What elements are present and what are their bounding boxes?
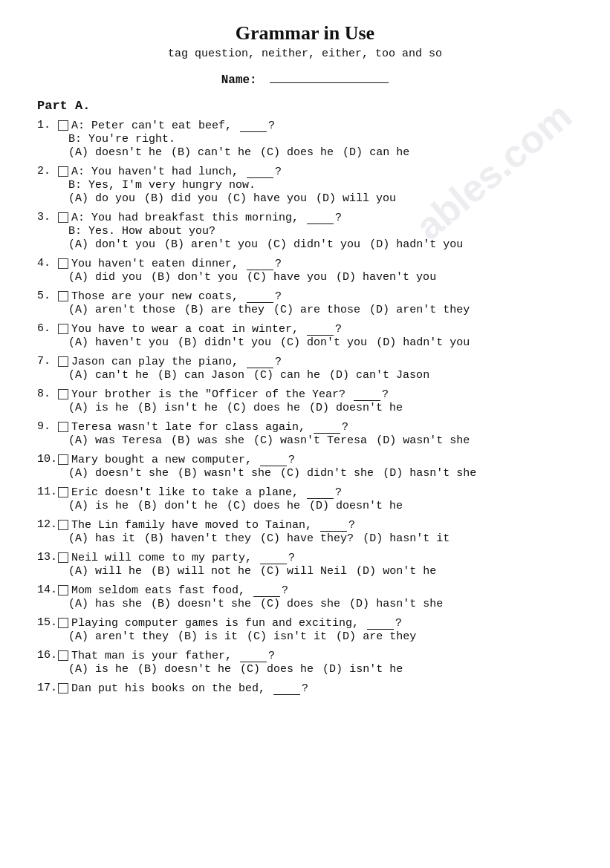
checkbox[interactable]: [58, 618, 68, 628]
option[interactable]: (C) will Neil: [260, 565, 347, 578]
question-block: 14.Mom seldom eats fast food, ?(A) has s…: [37, 584, 573, 610]
option[interactable]: (B) isn't he: [137, 402, 218, 414]
checkbox[interactable]: [58, 454, 68, 465]
option[interactable]: (A) don't you: [68, 238, 155, 251]
option[interactable]: (C) does he: [240, 663, 314, 676]
option[interactable]: (D) hadn't you: [376, 336, 470, 349]
option[interactable]: (D) can he: [343, 146, 409, 159]
option[interactable]: (B) doesn't he: [137, 663, 231, 676]
option[interactable]: (B) will not he: [151, 565, 251, 578]
option[interactable]: (A) is he: [68, 402, 129, 414]
option-letter: (C): [227, 500, 247, 512]
option-text: haven't you: [88, 336, 169, 349]
checkbox[interactable]: [58, 166, 68, 177]
checkbox[interactable]: [58, 324, 68, 334]
option[interactable]: (B) doesn't she: [151, 598, 251, 610]
option-text: hadn't you: [389, 238, 463, 251]
option[interactable]: (A) doesn't she: [68, 467, 169, 480]
option-text: are they: [204, 304, 265, 316]
option[interactable]: (C) have you: [247, 271, 327, 284]
option[interactable]: (D) can't Jason: [329, 369, 429, 382]
option[interactable]: (C) don't you: [280, 336, 367, 349]
option[interactable]: (B) is it: [178, 630, 238, 643]
option[interactable]: (C) have they?: [260, 532, 354, 545]
option[interactable]: (B) didn't you: [178, 336, 271, 349]
option[interactable]: (B) can't he: [171, 146, 251, 159]
option[interactable]: (B) aren't you: [164, 238, 258, 251]
checkbox[interactable]: [58, 389, 68, 399]
question-line: 4.You haven't eaten dinner, ?: [37, 257, 573, 270]
option[interactable]: (A) do you: [68, 192, 135, 205]
option[interactable]: (D) are they: [336, 630, 416, 643]
option[interactable]: (A) was Teresa: [68, 434, 162, 447]
option[interactable]: (D) wasn't she: [376, 434, 470, 447]
option[interactable]: (A) can't he: [68, 369, 149, 382]
option-text: didn't you: [198, 336, 271, 349]
checkbox[interactable]: [58, 212, 68, 223]
option[interactable]: (D) hasn't she: [349, 598, 443, 610]
option-letter: (A): [68, 565, 88, 578]
option[interactable]: (D) doesn't he: [309, 500, 403, 512]
question-block: 1.A: Peter can't eat beef, ?B: You're ri…: [37, 119, 573, 159]
question-block: 8.Your brother is the "Officer of the Ye…: [37, 388, 573, 414]
option[interactable]: (A) aren't they: [68, 630, 169, 643]
option[interactable]: (D) won't he: [356, 565, 436, 578]
checkbox[interactable]: [58, 258, 68, 269]
checkbox[interactable]: [58, 585, 68, 595]
option[interactable]: (B) haven't they: [144, 532, 251, 545]
option[interactable]: (C) wasn't Teresa: [253, 434, 367, 447]
options-line: (A) can't he(B) can Jason(C) can he(D) c…: [68, 369, 573, 382]
checkbox[interactable]: [58, 520, 68, 530]
option[interactable]: (C) does he: [227, 500, 300, 512]
option[interactable]: (B) don't you: [151, 271, 238, 284]
option[interactable]: (C) does she: [260, 598, 340, 610]
checkbox[interactable]: [58, 487, 68, 497]
blank: [260, 551, 287, 564]
option[interactable]: (D) will you: [316, 192, 396, 205]
option[interactable]: (A) has it: [68, 532, 135, 545]
option[interactable]: (D) aren't they: [369, 304, 470, 316]
checkbox[interactable]: [58, 683, 68, 694]
option-text: wasn't she: [198, 467, 271, 480]
option[interactable]: (A) is he: [68, 663, 129, 676]
option[interactable]: (A) has she: [68, 598, 142, 610]
checkbox[interactable]: [58, 291, 68, 301]
option[interactable]: (C) can he: [253, 369, 320, 382]
option[interactable]: (B) was she: [171, 434, 244, 447]
option[interactable]: (C) does he: [227, 402, 300, 414]
option[interactable]: (D) hasn't it: [363, 532, 450, 545]
option[interactable]: (D) hadn't you: [369, 238, 463, 251]
checkbox[interactable]: [58, 422, 68, 432]
response-line: B: Yes. How about you?: [68, 225, 573, 238]
option[interactable]: (C) have you: [227, 192, 307, 205]
option[interactable]: (A) aren't those: [68, 304, 175, 316]
option[interactable]: (D) isn't he: [322, 663, 403, 676]
option[interactable]: (D) haven't you: [336, 271, 436, 284]
option[interactable]: (B) did you: [144, 192, 218, 205]
option[interactable]: (C) does he: [260, 146, 334, 159]
checkbox[interactable]: [58, 552, 68, 563]
option[interactable]: (B) can Jason: [158, 369, 244, 382]
option[interactable]: (B) don't he: [137, 500, 218, 512]
option[interactable]: (D) hasn't she: [383, 467, 476, 480]
option-text: does he: [247, 500, 300, 512]
option-text: wasn't Teresa: [273, 434, 367, 447]
checkbox[interactable]: [58, 120, 68, 131]
option[interactable]: (C) didn't she: [280, 467, 374, 480]
option[interactable]: (D) doesn't he: [309, 402, 403, 414]
option[interactable]: (C) are those: [273, 304, 360, 316]
option-text: was Teresa: [88, 434, 162, 447]
option[interactable]: (A) did you: [68, 271, 142, 284]
options-line: (A) has it(B) haven't they(C) have they?…: [68, 532, 573, 545]
checkbox[interactable]: [58, 356, 68, 367]
question-line: 2.A: You haven't had lunch, ?: [37, 165, 573, 178]
option[interactable]: (A) is he: [68, 500, 129, 512]
checkbox[interactable]: [58, 650, 68, 661]
option[interactable]: (C) didn't you: [267, 238, 360, 251]
option[interactable]: (C) isn't it: [247, 630, 327, 643]
option[interactable]: (A) doesn't he: [68, 146, 162, 159]
option[interactable]: (A) will he: [68, 565, 142, 578]
option[interactable]: (A) haven't you: [68, 336, 169, 349]
option[interactable]: (B) wasn't she: [178, 467, 271, 480]
option[interactable]: (B) are they: [184, 304, 265, 316]
